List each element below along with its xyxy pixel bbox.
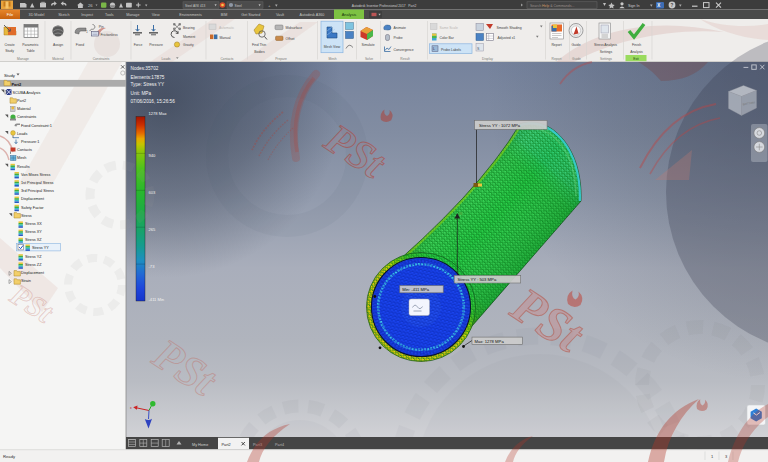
svg-text:Offset: Offset — [286, 37, 295, 41]
svg-text:Pin: Pin — [99, 25, 104, 29]
svg-text:Sign In: Sign In — [628, 4, 639, 8]
svg-text:Exit: Exit — [633, 57, 639, 61]
svg-text:BIM: BIM — [221, 13, 228, 17]
svg-text:Stress: Stress — [21, 214, 32, 218]
svg-text:Manage: Manage — [126, 13, 139, 17]
svg-text:Settings: Settings — [600, 50, 613, 54]
svg-text:Type: Stress YY: Type: Stress YY — [131, 82, 165, 87]
svg-text:Strain: Strain — [21, 279, 31, 283]
svg-text:1278 Max: 1278 Max — [149, 111, 167, 116]
svg-text:Display: Display — [482, 57, 493, 61]
svg-text:Report: Report — [551, 43, 561, 47]
svg-text:Autodesk A360: Autodesk A360 — [300, 13, 325, 17]
svg-text:Ready: Ready — [3, 454, 16, 459]
svg-text:1: 1 — [86, 30, 88, 34]
svg-text:Stress YY : 503 MPa: Stress YY : 503 MPa — [458, 277, 497, 282]
svg-text:Steel: Steel — [235, 4, 243, 8]
svg-text:L: L — [433, 47, 435, 51]
svg-text:Finish: Finish — [632, 43, 641, 47]
svg-text:x: x — [130, 406, 132, 410]
svg-text:Table: Table — [26, 49, 34, 53]
svg-text:Part2: Part2 — [222, 443, 231, 447]
svg-text:Search Help & Commands...: Search Help & Commands... — [530, 4, 574, 8]
svg-text:Manage: Manage — [17, 57, 29, 61]
svg-text:Same Scale: Same Scale — [440, 26, 458, 30]
svg-text:Study: Study — [4, 73, 16, 78]
svg-text:?: ? — [671, 3, 674, 8]
svg-text:Study: Study — [5, 49, 14, 53]
svg-text:Adjusted x1: Adjusted x1 — [498, 36, 516, 40]
svg-text:Stress XZ: Stress XZ — [25, 238, 42, 242]
svg-text:26: 26 — [88, 3, 93, 8]
svg-text:Stress Analysis: Stress Analysis — [594, 43, 617, 47]
svg-text:Contacts: Contacts — [17, 148, 32, 152]
svg-text:File: File — [7, 12, 13, 17]
svg-text:Part2: Part2 — [12, 82, 23, 87]
svg-text:View: View — [152, 13, 160, 17]
svg-text:Force: Force — [134, 43, 143, 47]
svg-text:Analysis: Analysis — [342, 12, 357, 17]
svg-text:3D Model: 3D Model — [29, 13, 45, 17]
svg-text:Get Started: Get Started — [241, 13, 260, 17]
svg-text:Midsurface: Midsurface — [286, 26, 303, 30]
svg-text:Results: Results — [17, 165, 30, 169]
svg-text:3rd Principal Stress: 3rd Principal Stress — [21, 189, 54, 193]
svg-text:Constraints: Constraints — [93, 57, 110, 61]
svg-text:Result: Result — [400, 57, 409, 61]
svg-text:Tools: Tools — [105, 13, 114, 17]
svg-text:Von Mises Stress: Von Mises Stress — [21, 173, 50, 177]
svg-text:Create: Create — [4, 43, 14, 47]
svg-text:Sketch: Sketch — [58, 13, 69, 17]
svg-text:Color Bar: Color Bar — [440, 36, 455, 40]
svg-text:Smooth Shading: Smooth Shading — [497, 26, 522, 30]
svg-text:Elements:17875: Elements:17875 — [131, 75, 165, 80]
svg-text:Gravity: Gravity — [183, 43, 194, 47]
svg-text:Material: Material — [17, 107, 31, 111]
svg-text:Assign: Assign — [53, 43, 63, 47]
svg-text:Parametric: Parametric — [22, 43, 39, 47]
svg-text:Inspect: Inspect — [81, 13, 93, 17]
svg-text:Max: 1278 MPa: Max: 1278 MPa — [474, 339, 504, 344]
svg-text:Displacement: Displacement — [21, 197, 45, 201]
svg-text:Constraints: Constraints — [17, 115, 36, 119]
svg-text:SCUBA Analysis: SCUBA Analysis — [13, 91, 41, 95]
svg-text:Convergence: Convergence — [394, 48, 414, 52]
svg-text:My Home: My Home — [192, 443, 208, 447]
svg-text:Contacts: Contacts — [220, 57, 233, 61]
svg-text:940: 940 — [149, 153, 157, 158]
svg-text:Prepare: Prepare — [275, 57, 287, 61]
svg-text:Nodes:35702: Nodes:35702 — [131, 66, 159, 71]
svg-text:1st Principal Stress: 1st Principal Stress — [21, 181, 54, 185]
svg-text:Probe Labels: Probe Labels — [441, 48, 461, 52]
svg-text:Bearing: Bearing — [183, 26, 195, 30]
svg-text:Frictionless: Frictionless — [101, 33, 118, 37]
svg-text:Probe: Probe — [394, 36, 403, 40]
svg-text:Stress XX: Stress XX — [25, 222, 42, 226]
svg-text:Part4: Part4 — [275, 443, 284, 447]
svg-text:265: 265 — [149, 227, 157, 232]
svg-text:Settings: Settings — [600, 57, 612, 61]
svg-text:Find Thin: Find Thin — [252, 43, 266, 47]
svg-text:Displacement: Displacement — [21, 271, 45, 275]
svg-text:Moment: Moment — [183, 35, 195, 39]
svg-text:Stress ZZ: Stress ZZ — [25, 263, 42, 267]
svg-text:Guide: Guide — [571, 43, 580, 47]
svg-text:Unit: MPa: Unit: MPa — [131, 91, 152, 96]
svg-text:Pressure: Pressure — [149, 43, 163, 47]
svg-text:Stress XY: Stress XY — [25, 230, 42, 234]
svg-text:Manual: Manual — [220, 36, 231, 40]
svg-text:Solve: Solve — [365, 57, 373, 61]
svg-text:Loads: Loads — [162, 57, 171, 61]
svg-text:Steel AISI 413: Steel AISI 413 — [185, 4, 205, 8]
svg-text:Mesh View: Mesh View — [324, 45, 341, 49]
svg-text:Fixed Constraint:1: Fixed Constraint:1 — [21, 124, 52, 128]
svg-text:Stress YY: Stress YY — [32, 246, 49, 250]
svg-text:Analysis: Analysis — [630, 50, 643, 54]
svg-text:07/06/2016, 15:26:56: 07/06/2016, 15:26:56 — [131, 99, 176, 104]
svg-text:Automatic: Automatic — [219, 26, 234, 30]
svg-text:+: + — [268, 3, 271, 8]
svg-text:Pressure:1: Pressure:1 — [21, 140, 39, 144]
svg-text:Stress YY : 1072 MPa: Stress YY : 1072 MPa — [479, 123, 521, 128]
svg-text:Mesh: Mesh — [328, 57, 336, 61]
svg-text:Stress YZ: Stress YZ — [25, 255, 42, 259]
